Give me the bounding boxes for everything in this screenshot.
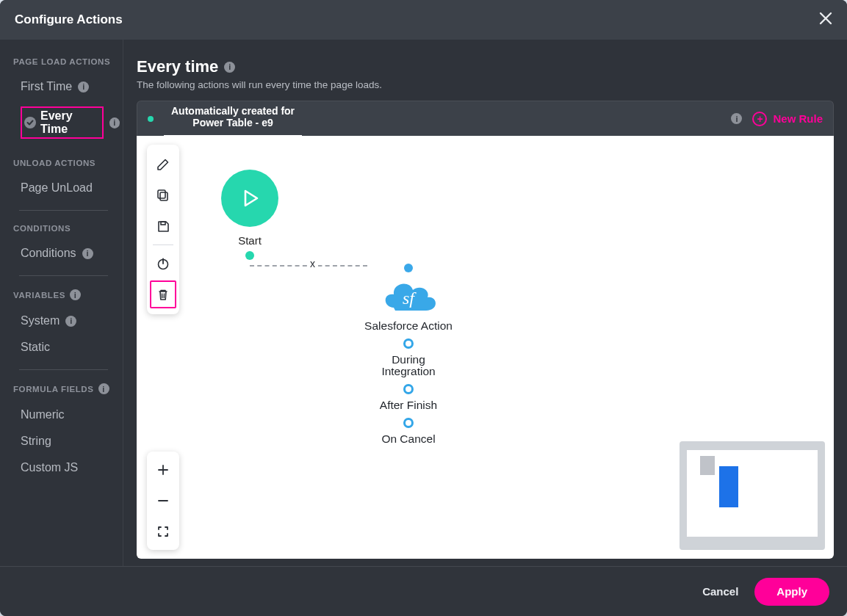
check-circle-icon bbox=[24, 117, 36, 128]
sidebar-item-label: System bbox=[21, 314, 60, 327]
plus-icon bbox=[156, 463, 170, 477]
info-icon: i bbox=[65, 316, 76, 327]
sf-port-in-icon[interactable] bbox=[404, 264, 413, 272]
minimap-node-blue bbox=[719, 466, 738, 507]
minimap-viewport bbox=[687, 450, 818, 537]
configure-actions-modal: Configure Actions PAGE LOAD ACTIONS Firs… bbox=[0, 0, 847, 616]
sidebar-item-label: Numeric bbox=[21, 408, 65, 421]
sidebar-item-first-time[interactable]: First Time i bbox=[13, 73, 123, 100]
svg-rect-0 bbox=[160, 192, 167, 200]
rule-tabs: Automatically created for Power Table - … bbox=[148, 101, 302, 136]
power-icon bbox=[156, 257, 170, 270]
info-icon: i bbox=[731, 113, 742, 124]
sidebar-header-conditions: CONDITIONS bbox=[13, 224, 123, 233]
save-button[interactable] bbox=[148, 211, 178, 242]
sf-action-label: Salesforce Action bbox=[342, 319, 475, 333]
toolbar-separator bbox=[153, 244, 173, 245]
apply-button[interactable]: Apply bbox=[754, 578, 829, 606]
sidebar-item-conditions[interactable]: Conditions i bbox=[13, 240, 123, 267]
minimap[interactable] bbox=[680, 441, 825, 550]
status-dot-icon bbox=[148, 116, 154, 122]
sf-port-during-icon[interactable] bbox=[403, 338, 414, 349]
sidebar-item-label: First Time bbox=[21, 80, 72, 93]
page-title: Every time i bbox=[137, 57, 834, 76]
rule-bar-right: i + New Rule bbox=[731, 112, 823, 126]
sidebar-item-label: Custom JS bbox=[21, 461, 78, 474]
sidebar: PAGE LOAD ACTIONS First Time i Every Tim… bbox=[0, 40, 123, 566]
cloud-text: sf bbox=[378, 289, 439, 308]
sf-port-cancel-icon[interactable] bbox=[403, 418, 414, 428]
modal-body: PAGE LOAD ACTIONS First Time i Every Tim… bbox=[0, 40, 847, 566]
sf-port-after-icon[interactable] bbox=[403, 384, 414, 394]
fit-screen-button[interactable] bbox=[148, 516, 178, 547]
info-icon: i bbox=[78, 81, 89, 93]
cancel-button[interactable]: Cancel bbox=[702, 585, 738, 598]
trash-icon bbox=[156, 288, 170, 301]
sidebar-item-label: Every Time bbox=[40, 109, 100, 136]
info-icon: i bbox=[82, 248, 93, 259]
svg-rect-2 bbox=[161, 222, 165, 225]
cloud-icon: sf bbox=[378, 275, 439, 315]
sidebar-item-page-unload[interactable]: Page UnLoad bbox=[13, 175, 123, 201]
modal-header: Configure Actions bbox=[0, 0, 847, 40]
info-icon: i bbox=[109, 117, 120, 128]
start-label: Start bbox=[221, 234, 278, 247]
plus-circle-icon: + bbox=[752, 112, 767, 126]
flow-canvas[interactable]: Start x sf Salesforce Action bbox=[137, 136, 834, 559]
minimap-node-gray bbox=[700, 456, 715, 475]
zoom-out-button[interactable] bbox=[148, 485, 178, 516]
info-icon: i bbox=[224, 62, 235, 73]
canvas-toolbar bbox=[147, 145, 179, 314]
rule-tab-active[interactable]: Automatically created for Power Table - … bbox=[164, 101, 302, 137]
delete-button[interactable] bbox=[148, 279, 178, 310]
play-icon bbox=[239, 187, 261, 209]
sidebar-header-unload: UNLOAD ACTIONS bbox=[13, 159, 123, 167]
power-button[interactable] bbox=[148, 248, 178, 279]
sf-cancel-label: On Cancel bbox=[342, 432, 475, 446]
sf-after-label: After Finish bbox=[342, 399, 475, 412]
sidebar-item-label: Conditions bbox=[21, 247, 76, 260]
edge-delete-icon[interactable]: x bbox=[307, 258, 318, 269]
main-panel: Every time i The following actions will … bbox=[123, 40, 847, 566]
sidebar-item-system[interactable]: System i bbox=[13, 308, 123, 334]
highlight-every-time: Every Time bbox=[21, 106, 104, 139]
info-icon: i bbox=[98, 383, 109, 394]
edit-button[interactable] bbox=[148, 149, 178, 180]
page-subtitle: The following actions will run every tim… bbox=[137, 79, 834, 90]
start-circle-icon bbox=[221, 170, 278, 227]
zoom-toolbar bbox=[147, 452, 179, 550]
close-icon[interactable] bbox=[819, 10, 832, 29]
sidebar-item-every-time[interactable]: Every Time i bbox=[13, 100, 123, 145]
sidebar-item-label: Static bbox=[21, 341, 50, 354]
sidebar-item-string[interactable]: String bbox=[13, 428, 123, 454]
fullscreen-icon bbox=[156, 525, 170, 538]
copy-icon bbox=[156, 189, 170, 202]
zoom-in-button[interactable] bbox=[148, 454, 178, 485]
sidebar-item-label: Page UnLoad bbox=[21, 181, 93, 195]
save-icon bbox=[156, 220, 170, 233]
sidebar-header-page-load: PAGE LOAD ACTIONS bbox=[13, 57, 123, 66]
flow-node-start[interactable]: Start bbox=[221, 170, 278, 260]
sidebar-item-custom-js[interactable]: Custom JS bbox=[13, 454, 123, 481]
pencil-icon bbox=[156, 158, 170, 171]
rule-bar: Automatically created for Power Table - … bbox=[137, 101, 834, 136]
copy-button[interactable] bbox=[148, 180, 178, 211]
sidebar-header-formula: FORMULA FIELDS i bbox=[13, 383, 123, 394]
sf-integration-label: Integration bbox=[342, 365, 475, 378]
modal-footer: Cancel Apply bbox=[0, 566, 847, 616]
minus-icon bbox=[156, 494, 170, 507]
sidebar-item-numeric[interactable]: Numeric bbox=[13, 402, 123, 428]
sidebar-item-static[interactable]: Static bbox=[13, 334, 123, 360]
sidebar-header-variables: VARIABLES i bbox=[13, 289, 123, 300]
sidebar-item-label: String bbox=[21, 435, 51, 448]
modal-title: Configure Actions bbox=[15, 12, 123, 27]
new-rule-button[interactable]: + New Rule bbox=[752, 112, 823, 126]
info-icon: i bbox=[70, 289, 81, 300]
svg-rect-1 bbox=[158, 190, 165, 198]
flow-node-salesforce[interactable]: sf Salesforce Action During Integration … bbox=[342, 264, 475, 446]
